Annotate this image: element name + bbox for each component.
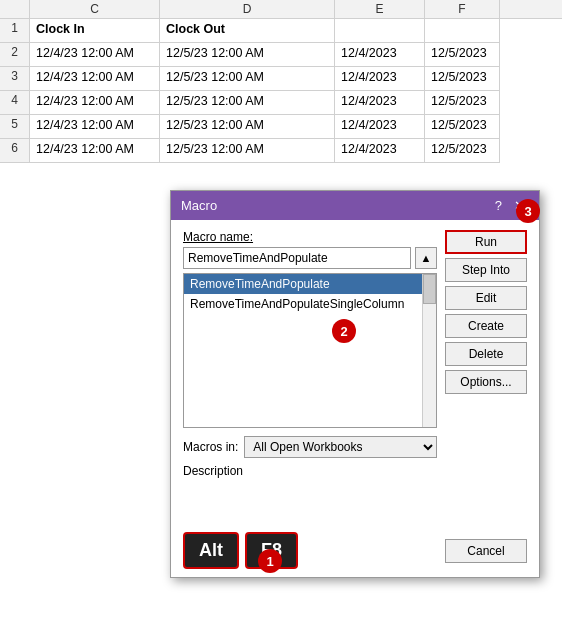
cell-d2: 12/5/23 12:00 AM bbox=[160, 43, 335, 67]
macro-dialog: Macro ? ✕ Macro name: ▲ RemoveTimeAndPop… bbox=[170, 190, 540, 578]
cell-c6: 12/4/23 12:00 AM bbox=[30, 139, 160, 163]
cell-e4: 12/4/2023 bbox=[335, 91, 425, 115]
cancel-button[interactable]: Cancel bbox=[445, 539, 527, 563]
create-button[interactable]: Create bbox=[445, 314, 527, 338]
data-row-3: 3 12/4/23 12:00 AM 12/5/23 12:00 AM 12/4… bbox=[0, 67, 562, 91]
upload-button[interactable]: ▲ bbox=[415, 247, 437, 269]
list-scrollbar[interactable] bbox=[422, 274, 436, 427]
data-row-4: 4 12/4/23 12:00 AM 12/5/23 12:00 AM 12/4… bbox=[0, 91, 562, 115]
cell-d5: 12/5/23 12:00 AM bbox=[160, 115, 335, 139]
header-row: 1 Clock In Clock Out bbox=[0, 19, 562, 43]
run-button[interactable]: Run bbox=[445, 230, 527, 254]
dialog-body: Macro name: ▲ RemoveTimeAndPopulate Remo… bbox=[171, 220, 539, 524]
cell-e1 bbox=[335, 19, 425, 43]
macro-name-row: ▲ bbox=[183, 247, 437, 269]
data-row-2: 2 12/4/23 12:00 AM 12/5/23 12:00 AM 12/4… bbox=[0, 43, 562, 67]
scrollbar-thumb[interactable] bbox=[423, 274, 436, 304]
cell-f1 bbox=[425, 19, 500, 43]
cell-e6: 12/4/2023 bbox=[335, 139, 425, 163]
options-button[interactable]: Options... bbox=[445, 370, 527, 394]
cell-e2: 12/4/2023 bbox=[335, 43, 425, 67]
cell-f5: 12/5/2023 bbox=[425, 115, 500, 139]
step-into-button[interactable]: Step Into bbox=[445, 258, 527, 282]
badge-3: 3 bbox=[516, 199, 540, 223]
dialog-title: Macro bbox=[181, 198, 217, 213]
cell-f4: 12/5/2023 bbox=[425, 91, 500, 115]
macro-item-0[interactable]: RemoveTimeAndPopulate bbox=[184, 274, 436, 294]
badge-2: 2 bbox=[332, 319, 356, 343]
col-d: D bbox=[160, 0, 335, 18]
macro-name-input[interactable] bbox=[183, 247, 411, 269]
macros-in-row: Macros in: All Open Workbooks bbox=[183, 436, 437, 458]
data-row-5: 5 12/4/23 12:00 AM 12/5/23 12:00 AM 12/4… bbox=[0, 115, 562, 139]
cell-c5: 12/4/23 12:00 AM bbox=[30, 115, 160, 139]
alt-key-badge: Alt bbox=[183, 532, 239, 569]
row-num-2: 2 bbox=[0, 43, 30, 67]
cell-f2: 12/5/2023 bbox=[425, 43, 500, 67]
cell-c4: 12/4/23 12:00 AM bbox=[30, 91, 160, 115]
row-num-3: 3 bbox=[0, 67, 30, 91]
badge-1: 1 bbox=[258, 549, 282, 573]
row-num-5: 5 bbox=[0, 115, 30, 139]
description-textarea[interactable] bbox=[183, 481, 437, 511]
cell-f6: 12/5/2023 bbox=[425, 139, 500, 163]
col-f: F bbox=[425, 0, 500, 18]
macro-list: RemoveTimeAndPopulate RemoveTimeAndPopul… bbox=[184, 274, 436, 314]
edit-button[interactable]: Edit bbox=[445, 286, 527, 310]
help-icon[interactable]: ? bbox=[491, 197, 506, 214]
cell-d4: 12/5/23 12:00 AM bbox=[160, 91, 335, 115]
cell-d3: 12/5/23 12:00 AM bbox=[160, 67, 335, 91]
dialog-left-panel: Macro name: ▲ RemoveTimeAndPopulate Remo… bbox=[183, 230, 437, 514]
col-c: C bbox=[30, 0, 160, 18]
cell-d6: 12/5/23 12:00 AM bbox=[160, 139, 335, 163]
row-num-6: 6 bbox=[0, 139, 30, 163]
dialog-titlebar: Macro ? ✕ bbox=[171, 191, 539, 220]
cell-clock-in: Clock In bbox=[30, 19, 160, 43]
column-headers: C D E F bbox=[0, 0, 562, 19]
cell-c3: 12/4/23 12:00 AM bbox=[30, 67, 160, 91]
dialog-right-panel: Run Step Into Edit Create Delete Options… bbox=[445, 230, 527, 514]
macros-in-label: Macros in: bbox=[183, 440, 238, 454]
row-num-1: 1 bbox=[0, 19, 30, 43]
data-row-6: 6 12/4/23 12:00 AM 12/5/23 12:00 AM 12/4… bbox=[0, 139, 562, 163]
cell-c2: 12/4/23 12:00 AM bbox=[30, 43, 160, 67]
macro-name-label: Macro name: bbox=[183, 230, 437, 244]
macro-item-1[interactable]: RemoveTimeAndPopulateSingleColumn bbox=[184, 294, 436, 314]
col-e: E bbox=[335, 0, 425, 18]
dialog-footer: Alt F8 Cancel bbox=[171, 524, 539, 577]
cell-f3: 12/5/2023 bbox=[425, 67, 500, 91]
cell-e3: 12/4/2023 bbox=[335, 67, 425, 91]
row-num-4: 4 bbox=[0, 91, 30, 115]
delete-button[interactable]: Delete bbox=[445, 342, 527, 366]
macro-list-container[interactable]: RemoveTimeAndPopulate RemoveTimeAndPopul… bbox=[183, 273, 437, 428]
macros-in-select[interactable]: All Open Workbooks bbox=[244, 436, 437, 458]
description-label: Description bbox=[183, 464, 437, 478]
cell-clock-out: Clock Out bbox=[160, 19, 335, 43]
titlebar-left: Macro bbox=[181, 198, 217, 213]
cell-e5: 12/4/2023 bbox=[335, 115, 425, 139]
